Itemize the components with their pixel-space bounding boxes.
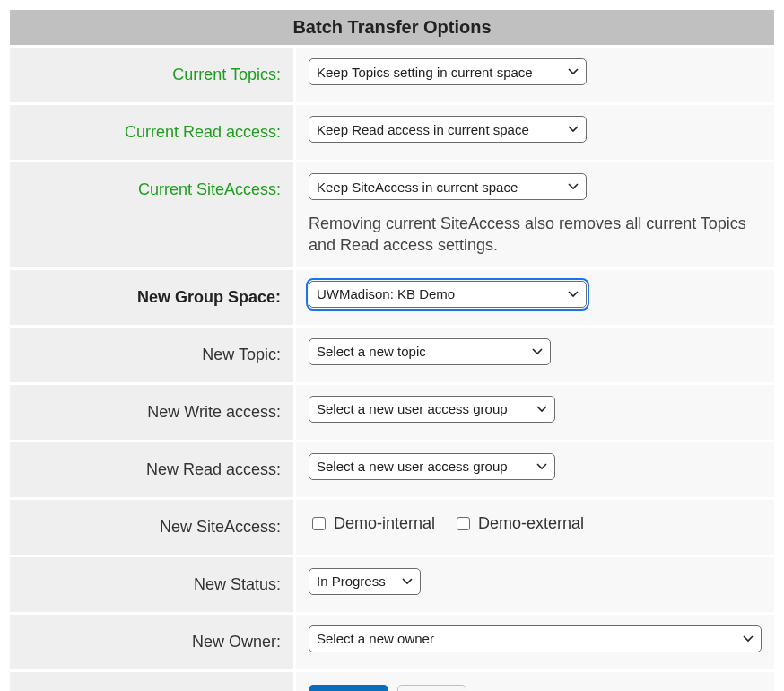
- cell-new-group-space: UWMadison: KB Demo: [296, 270, 774, 325]
- cell-new-status: In Progress: [296, 557, 774, 612]
- select-current-topics[interactable]: Keep Topics setting in current space: [309, 58, 587, 85]
- cell-new-site-access: Demo-internal Demo-external: [296, 500, 774, 555]
- label-current-read-access: Current Read access:: [10, 105, 293, 160]
- form-header: Batch Transfer Options: [10, 10, 774, 45]
- submit-button[interactable]: Submit: [309, 685, 388, 691]
- reset-button[interactable]: Reset: [397, 685, 466, 691]
- cell-current-site-access: Keep SiteAccess in current space Removin…: [296, 162, 774, 267]
- row-new-owner: New Owner: Select a new owner: [10, 615, 774, 669]
- row-new-topic: New Topic: Select a new topic: [10, 328, 774, 382]
- row-current-site-access: Current SiteAccess: Keep SiteAccess in c…: [10, 162, 774, 267]
- checkbox-item-demo-internal: Demo-internal: [309, 514, 435, 533]
- select-new-read-access[interactable]: Select a new user access group: [309, 453, 555, 480]
- batch-transfer-form: Batch Transfer Options Current Topics: K…: [0, 0, 784, 691]
- helper-site-access: Removing current SiteAccess also removes…: [309, 213, 762, 257]
- label-new-owner: New Owner:: [10, 615, 293, 669]
- options-table: Batch Transfer Options Current Topics: K…: [7, 7, 777, 691]
- label-new-read-access: New Read access:: [10, 442, 293, 497]
- row-current-read-access: Current Read access: Keep Read access in…: [10, 105, 774, 160]
- label-current-topics: Current Topics:: [10, 48, 293, 102]
- label-new-status: New Status:: [10, 557, 293, 612]
- select-new-topic[interactable]: Select a new topic: [309, 338, 551, 365]
- select-new-group-space[interactable]: UWMadison: KB Demo: [309, 281, 587, 308]
- row-current-topics: Current Topics: Keep Topics setting in c…: [10, 48, 774, 102]
- cell-new-read-access: Select a new user access group: [296, 442, 774, 497]
- row-new-status: New Status: In Progress: [10, 557, 774, 612]
- label-current-site-access: Current SiteAccess:: [10, 162, 293, 267]
- select-new-status[interactable]: In Progress: [309, 568, 421, 595]
- checkbox-item-demo-external: Demo-external: [453, 514, 584, 533]
- row-new-read-access: New Read access: Select a new user acces…: [10, 442, 774, 497]
- label-new-topic: New Topic:: [10, 328, 293, 382]
- row-new-site-access: New SiteAccess: Demo-internal Demo-exter…: [10, 500, 774, 555]
- select-current-read-access[interactable]: Keep Read access in current space: [309, 116, 587, 143]
- cell-new-write-access: Select a new user access group: [296, 385, 774, 440]
- checkbox-demo-external[interactable]: [457, 517, 470, 530]
- checkbox-row-site-access: Demo-internal Demo-external: [309, 511, 762, 533]
- cell-current-topics: Keep Topics setting in current space: [296, 48, 774, 102]
- cell-new-owner: Select a new owner: [296, 615, 774, 669]
- label-new-site-access: New SiteAccess:: [10, 500, 293, 555]
- row-new-group-space: New Group Space: UWMadison: KB Demo: [10, 270, 774, 325]
- select-new-write-access[interactable]: Select a new user access group: [309, 396, 555, 423]
- label-new-group-space: New Group Space:: [10, 270, 293, 325]
- button-row: Submit Reset: [309, 683, 762, 691]
- cell-buttons: Submit Reset: [296, 672, 774, 691]
- select-new-owner[interactable]: Select a new owner: [309, 625, 762, 652]
- checkbox-label-demo-internal: Demo-internal: [334, 514, 435, 533]
- cell-new-topic: Select a new topic: [296, 328, 774, 382]
- label-buttons-empty: [10, 672, 293, 691]
- select-current-site-access[interactable]: Keep SiteAccess in current space: [309, 173, 587, 200]
- checkbox-demo-internal[interactable]: [312, 517, 326, 530]
- checkbox-label-demo-external: Demo-external: [478, 514, 584, 533]
- label-new-write-access: New Write access:: [10, 385, 293, 440]
- row-buttons: Submit Reset: [10, 672, 774, 691]
- row-new-write-access: New Write access: Select a new user acce…: [10, 385, 774, 440]
- cell-current-read-access: Keep Read access in current space: [296, 105, 774, 160]
